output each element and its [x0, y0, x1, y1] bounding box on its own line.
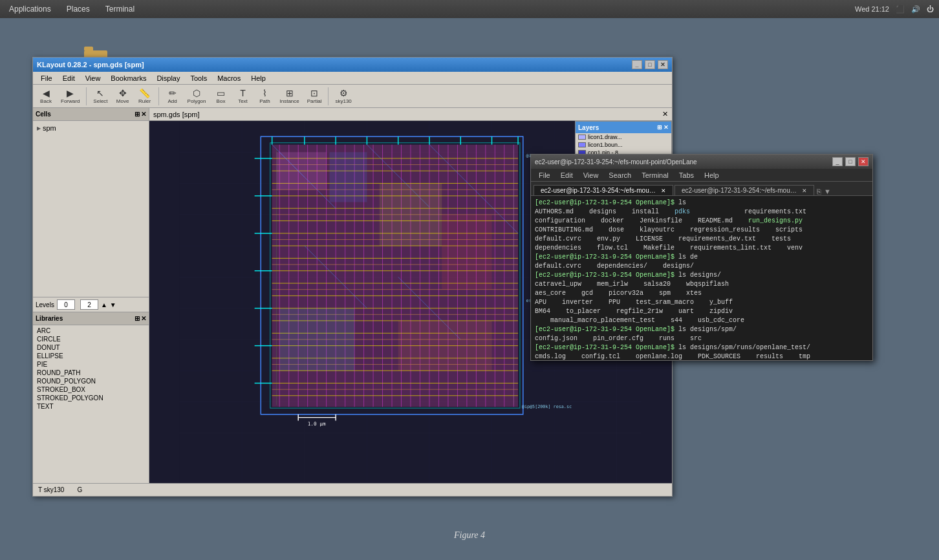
- lib-arc[interactable]: ARC: [34, 327, 147, 335]
- terminal-menu-search[interactable]: Search: [603, 170, 636, 180]
- levels-label: Levels: [36, 301, 54, 308]
- back-button[interactable]: ◀ Back: [36, 87, 56, 106]
- toolbar-separator-2: [158, 87, 159, 105]
- levels-from-input[interactable]: [57, 299, 75, 310]
- levels-up-icon[interactable]: ▲: [101, 301, 107, 308]
- lib-pie[interactable]: PIE: [34, 360, 147, 369]
- terminal-line-18: cmds.log config.tcl openlane.log PDK_SOU…: [535, 352, 869, 360]
- levels-down-icon[interactable]: ▼: [110, 301, 116, 308]
- terminal-copy-icon[interactable]: ⎘: [817, 188, 821, 195]
- instance-icon: ⊞: [286, 89, 294, 98]
- terminal-menu-tabs[interactable]: Tabs: [674, 170, 699, 180]
- terminal-menubar: File Edit View Search Terminal Tabs Help: [531, 169, 872, 182]
- layer-name-1: licon1.draw...: [588, 134, 622, 140]
- path-button[interactable]: ⌇ Path: [255, 87, 275, 106]
- terminal-menu-view[interactable]: View: [578, 170, 604, 180]
- back-label: Back: [40, 98, 52, 104]
- cells-header: Cells ⊞ ✕: [33, 108, 149, 121]
- cells-expand-icon[interactable]: ⊞: [135, 111, 140, 118]
- forward-label: Forward: [61, 98, 80, 104]
- terminal-tab-1[interactable]: ec2-user@ip-172-31-9-254:~/efs-mount... …: [534, 185, 673, 195]
- lib-round-path[interactable]: ROUND_PATH: [34, 369, 147, 377]
- lib-stroked-polygon[interactable]: STROKED_POLYGON: [34, 394, 147, 402]
- layer-item-1[interactable]: licon1.draw...: [576, 133, 671, 141]
- close-button[interactable]: ✕: [658, 60, 668, 69]
- desktop: KLayout 0.28.2 - spm.gds [spm] _ □ ✕ Fil…: [0, 18, 939, 560]
- terminal-line-8: default.cvrc dependencies/ designs/: [535, 262, 869, 271]
- terminal-title: ec2-user@ip-172-31-9-254:~/efs-mount-poi…: [535, 158, 697, 166]
- layers-close-icon[interactable]: ✕: [664, 124, 669, 131]
- box-button[interactable]: ▭ Box: [211, 87, 232, 106]
- levels-to-input[interactable]: [80, 299, 98, 310]
- libraries-expand-icon[interactable]: ⊞: [135, 315, 140, 322]
- partial-button[interactable]: ⊡ Partial: [304, 87, 325, 106]
- select-button[interactable]: ↖ Select: [90, 87, 111, 106]
- menu-display[interactable]: Display: [151, 73, 185, 83]
- terminal-menu-file[interactable]: File: [534, 170, 556, 180]
- move-button[interactable]: ✥ Move: [113, 87, 133, 106]
- menu-help[interactable]: Help: [246, 73, 271, 83]
- terminal-menu-edit[interactable]: Edit: [556, 170, 578, 180]
- cells-tree-spm[interactable]: ▶ spm: [36, 124, 146, 133]
- terminal-line-15: [ec2-user@ip-172-31-9-254 OpenLane]$ ls …: [535, 325, 869, 334]
- cells-panel-icons: ⊞ ✕: [135, 111, 146, 118]
- terminal-tab-1-close[interactable]: ✕: [661, 188, 666, 194]
- terminal-tab-controls: ⎘ ▼: [817, 188, 831, 195]
- sky130-button[interactable]: ⚙ sky130: [332, 87, 354, 106]
- add-icon: ✏: [169, 89, 177, 98]
- lib-stroked-box[interactable]: STROKED_BOX: [34, 385, 147, 394]
- canvas-close-icon[interactable]: ✕: [662, 110, 668, 118]
- terminal-menu-help[interactable]: Help: [699, 170, 724, 180]
- menu-bookmarks[interactable]: Bookmarks: [105, 73, 151, 83]
- terminal-close-button[interactable]: ✕: [858, 157, 869, 166]
- taskbar-places[interactable]: Places: [63, 3, 94, 15]
- terminal-line-11: aes_core gcd picorv32a spm xtes: [535, 289, 869, 298]
- polygon-button[interactable]: ⬡ Polygon: [184, 87, 210, 106]
- lib-donut[interactable]: DONUT: [34, 343, 147, 352]
- layers-expand-icon[interactable]: ⊞: [657, 124, 662, 131]
- terminal-line-10: catravel_upw mem_irlw salsa20 wbqspiflas…: [535, 280, 869, 289]
- lib-text[interactable]: TEXT: [34, 402, 147, 411]
- terminal-minimize-button[interactable]: _: [832, 157, 843, 166]
- canvas-title: spm.gds [spm]: [153, 111, 200, 118]
- libraries-panel-icons: ⊞ ✕: [135, 315, 146, 322]
- power-icon[interactable]: ⏻: [927, 5, 934, 13]
- text-button[interactable]: T Text: [233, 87, 254, 106]
- status-zoom: G: [77, 486, 82, 493]
- partial-icon: ⊡: [310, 89, 318, 98]
- lib-round-polygon[interactable]: ROUND_POLYGON: [34, 377, 147, 385]
- menu-file[interactable]: File: [36, 73, 58, 83]
- minimize-button[interactable]: _: [632, 60, 642, 69]
- instance-button[interactable]: ⊞ Instance: [277, 87, 303, 106]
- terminal-line-17: [ec2-user@ip-172-31-9-254 OpenLane]$ ls …: [535, 343, 869, 352]
- menu-macros[interactable]: Macros: [212, 73, 246, 83]
- libraries-list: ARC CIRCLE DONUT ELLIPSE PIE ROUND_PATH …: [33, 325, 149, 412]
- klayout-menubar: File Edit View Bookmarks Display Tools M…: [33, 72, 672, 85]
- menu-edit[interactable]: Edit: [58, 73, 80, 83]
- terminal-menu-terminal[interactable]: Terminal: [636, 170, 674, 180]
- taskbar-terminal[interactable]: Terminal: [102, 3, 138, 15]
- libraries-close-icon[interactable]: ✕: [141, 315, 146, 322]
- maximize-button[interactable]: □: [645, 60, 655, 69]
- cells-close-icon[interactable]: ✕: [141, 111, 146, 118]
- terminal-tab-2-close[interactable]: ✕: [802, 188, 807, 194]
- svg-rect-113: [398, 321, 492, 371]
- ruler-button[interactable]: 📏 Ruler: [135, 87, 155, 106]
- taskbar-applications[interactable]: Applications: [5, 3, 55, 15]
- layer-name-2: licon1.boun...: [588, 142, 623, 148]
- add-button[interactable]: ✏ Add: [162, 87, 183, 106]
- terminal-window: ec2-user@ip-172-31-9-254:~/efs-mount-poi…: [530, 154, 873, 361]
- menu-tools[interactable]: Tools: [185, 73, 212, 83]
- caption-text: Figure 4: [454, 530, 485, 540]
- select-icon: ↖: [96, 89, 104, 98]
- terminal-tab-2[interactable]: ec2-user@ip-172-31-9-254:~/efs-mount... …: [675, 185, 814, 195]
- forward-button[interactable]: ▶ Forward: [58, 87, 83, 106]
- terminal-dropdown-icon[interactable]: ▼: [824, 188, 831, 195]
- menu-view[interactable]: View: [80, 73, 106, 83]
- terminal-content[interactable]: [ec2-user@ip-172-31-9-254 OpenLane]$ ls …: [531, 196, 872, 360]
- terminal-maximize-button[interactable]: □: [845, 157, 856, 166]
- layer-item-2[interactable]: licon1.boun...: [576, 141, 671, 149]
- lib-ellipse[interactable]: ELLIPSE: [34, 352, 147, 360]
- svg-rect-110: [380, 184, 442, 246]
- lib-circle[interactable]: CIRCLE: [34, 335, 147, 343]
